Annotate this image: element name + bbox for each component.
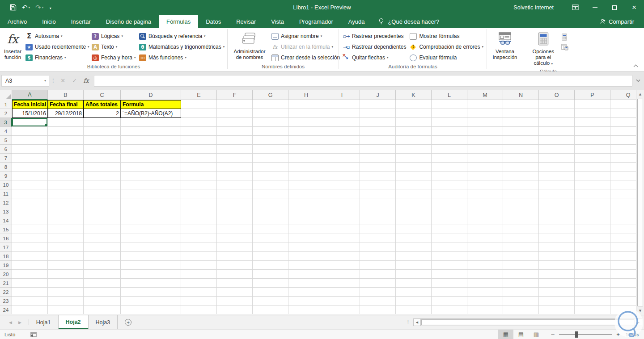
cell-A7[interactable]: [12, 154, 48, 163]
cell-F10[interactable]: [217, 180, 253, 189]
cell-O23[interactable]: [539, 297, 575, 306]
cell-G13[interactable]: [253, 207, 288, 216]
cell-N19[interactable]: [503, 261, 539, 270]
cell-B8[interactable]: [48, 163, 84, 172]
cell-E10[interactable]: [181, 180, 217, 189]
cell-L19[interactable]: [432, 261, 467, 270]
cell-F15[interactable]: [217, 225, 253, 234]
cell-D17[interactable]: [121, 243, 181, 252]
collapse-ribbon-icon[interactable]: [633, 64, 639, 68]
new-sheet-button[interactable]: +: [125, 319, 131, 326]
cell-I4[interactable]: [324, 127, 360, 136]
cell-Q19[interactable]: [610, 261, 636, 270]
cell-J18[interactable]: [360, 252, 396, 261]
sheet-tab-hoja2[interactable]: Hoja2: [59, 315, 89, 329]
cell-J16[interactable]: [360, 234, 396, 243]
cell-C3[interactable]: [84, 118, 121, 127]
cell-I10[interactable]: [324, 180, 360, 189]
share-button[interactable]: Compartir: [600, 15, 644, 28]
cell-O17[interactable]: [539, 243, 575, 252]
cell-P19[interactable]: [575, 261, 610, 270]
cell-P1[interactable]: [575, 100, 610, 109]
column-header-d[interactable]: D: [121, 90, 181, 100]
zoom-in-button[interactable]: +: [614, 331, 623, 338]
cell-D9[interactable]: [121, 172, 181, 180]
cell-H19[interactable]: [288, 261, 324, 270]
cell-P24[interactable]: [575, 306, 610, 314]
cell-C19[interactable]: [84, 261, 121, 270]
cell-N10[interactable]: [503, 180, 539, 189]
cell-H21[interactable]: [288, 279, 324, 288]
cell-J12[interactable]: [360, 198, 396, 207]
cell-N21[interactable]: [503, 279, 539, 288]
row-header-4[interactable]: 4: [0, 127, 12, 136]
cell-L2[interactable]: [432, 109, 467, 118]
cell-N22[interactable]: [503, 288, 539, 297]
cell-Q15[interactable]: [610, 225, 636, 234]
cell-F13[interactable]: [217, 207, 253, 216]
cell-O13[interactable]: [539, 207, 575, 216]
cell-J17[interactable]: [360, 243, 396, 252]
cell-A20[interactable]: [12, 270, 48, 279]
cell-L12[interactable]: [432, 198, 467, 207]
cell-I21[interactable]: [324, 279, 360, 288]
cell-F19[interactable]: [217, 261, 253, 270]
cell-H22[interactable]: [288, 288, 324, 297]
cell-D7[interactable]: [121, 154, 181, 163]
row-header-21[interactable]: 21: [0, 279, 12, 288]
cell-F12[interactable]: [217, 198, 253, 207]
cell-E21[interactable]: [181, 279, 217, 288]
insert-function-button[interactable]: fx Insertar función: [2, 29, 24, 61]
cell-K11[interactable]: [396, 189, 432, 198]
row-header-7[interactable]: 7: [0, 154, 12, 163]
cell-G16[interactable]: [253, 234, 288, 243]
cell-Q13[interactable]: [610, 207, 636, 216]
cell-P6[interactable]: [575, 145, 610, 154]
cell-A12[interactable]: [12, 198, 48, 207]
cell-M10[interactable]: [467, 180, 503, 189]
cell-Q1[interactable]: [610, 100, 636, 109]
cell-C24[interactable]: [84, 306, 121, 314]
cell-P16[interactable]: [575, 234, 610, 243]
row-header-12[interactable]: 12: [0, 198, 12, 207]
cell-G6[interactable]: [253, 145, 288, 154]
cell-O12[interactable]: [539, 198, 575, 207]
cell-I6[interactable]: [324, 145, 360, 154]
formula-input[interactable]: [94, 75, 632, 87]
cell-Q12[interactable]: [610, 198, 636, 207]
cell-A18[interactable]: [12, 252, 48, 261]
cell-Q2[interactable]: [610, 109, 636, 118]
cell-E4[interactable]: [181, 127, 217, 136]
cell-B22[interactable]: [48, 288, 84, 297]
crear-desde-la-seleccion-button[interactable]: Crear desde la selección: [270, 52, 337, 63]
rastrear-dependientes-button[interactable]: Rastrear dependientes: [341, 42, 408, 52]
cell-H2[interactable]: [288, 109, 324, 118]
cell-K9[interactable]: [396, 172, 432, 180]
row-header-24[interactable]: 24: [0, 306, 12, 314]
cell-L17[interactable]: [432, 243, 467, 252]
cell-D4[interactable]: [121, 127, 181, 136]
cell-F17[interactable]: [217, 243, 253, 252]
cell-B18[interactable]: [48, 252, 84, 261]
cell-P8[interactable]: [575, 163, 610, 172]
cell-D12[interactable]: [121, 198, 181, 207]
cell-P10[interactable]: [575, 180, 610, 189]
cancel-icon[interactable]: ✕: [57, 75, 69, 87]
matematicas-y-trigonometricas-button[interactable]: θMatemáticas y trigonométricas▾: [137, 42, 226, 52]
name-box[interactable]: A3 ▾: [1, 75, 49, 87]
cell-K10[interactable]: [396, 180, 432, 189]
cell-J9[interactable]: [360, 172, 396, 180]
cell-J4[interactable]: [360, 127, 396, 136]
cell-E1[interactable]: [181, 100, 217, 109]
cell-D23[interactable]: [121, 297, 181, 306]
normal-view-button[interactable]: ▦: [498, 330, 513, 339]
cell-E13[interactable]: [181, 207, 217, 216]
cell-J14[interactable]: [360, 216, 396, 225]
zoom-out-button[interactable]: –: [548, 331, 557, 338]
cell-Q4[interactable]: [610, 127, 636, 136]
cell-J1[interactable]: [360, 100, 396, 109]
cell-L5[interactable]: [432, 136, 467, 145]
cell-P12[interactable]: [575, 198, 610, 207]
cell-C4[interactable]: [84, 127, 121, 136]
cell-E14[interactable]: [181, 216, 217, 225]
